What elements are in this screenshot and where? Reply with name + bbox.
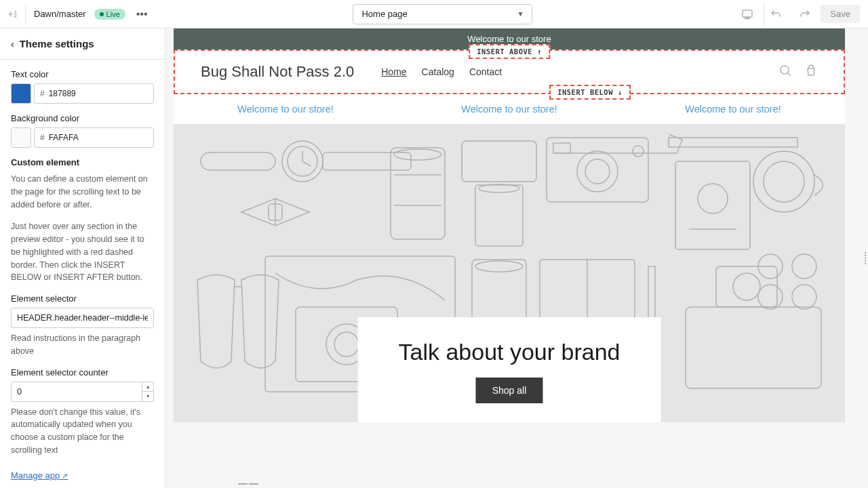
- selector-input[interactable]: [11, 308, 154, 328]
- svg-point-43: [792, 254, 816, 279]
- svg-point-41: [733, 273, 760, 300]
- svg-point-33: [334, 332, 359, 357]
- nav-contact[interactable]: Contact: [469, 66, 502, 77]
- svg-rect-40: [716, 266, 777, 307]
- svg-rect-11: [391, 148, 445, 239]
- hero-title: Talk about your brand: [399, 339, 620, 365]
- svg-rect-0: [743, 10, 752, 17]
- insert-above-button[interactable]: INSERT ABOVE ↑: [469, 44, 550, 59]
- save-button[interactable]: Save: [821, 5, 860, 23]
- counter-input[interactable]: [11, 382, 142, 402]
- svg-point-17: [479, 184, 519, 192]
- text-color-input[interactable]: [49, 89, 148, 98]
- text-color-input-wrap: #: [34, 83, 154, 104]
- custom-element-help-2: Just hover over any section in the previ…: [11, 220, 154, 284]
- svg-rect-1: [745, 18, 749, 19]
- svg-line-7: [302, 161, 311, 166]
- back-button[interactable]: ‹: [11, 39, 14, 49]
- more-menu-button[interactable]: •••: [134, 5, 151, 23]
- bg-color-swatch[interactable]: [11, 127, 31, 148]
- svg-point-20: [585, 159, 610, 184]
- chevron-down-icon: ▼: [517, 10, 524, 18]
- search-icon[interactable]: [778, 64, 792, 80]
- svg-point-35: [475, 261, 523, 272]
- exit-button[interactable]: [8, 5, 26, 23]
- cart-icon[interactable]: [804, 64, 818, 80]
- svg-rect-23: [669, 138, 797, 147]
- svg-rect-21: [553, 143, 570, 153]
- shop-all-button[interactable]: Shop all: [476, 378, 543, 403]
- svg-point-12: [394, 149, 441, 160]
- text-color-swatch[interactable]: [11, 83, 31, 104]
- svg-point-22: [633, 146, 644, 157]
- main-nav: Home Catalog Contact: [381, 66, 502, 77]
- scrolling-text: Welcome to our store! Welcome to our sto…: [174, 94, 845, 124]
- hero-card: Talk about your brand Shop all: [358, 317, 661, 422]
- svg-point-2: [781, 66, 789, 74]
- bg-color-input-wrap: #: [34, 127, 154, 148]
- counter-stepper[interactable]: ▲▼: [142, 382, 154, 402]
- live-badge: Live: [94, 9, 125, 20]
- svg-point-25: [698, 184, 728, 214]
- svg-point-27: [753, 151, 814, 212]
- nav-home[interactable]: Home: [381, 66, 406, 77]
- desktop-view-icon[interactable]: [735, 2, 760, 26]
- svg-rect-8: [201, 152, 275, 170]
- selector-label: Element selector: [11, 293, 154, 304]
- manage-app-link[interactable]: Manage app: [11, 470, 68, 481]
- svg-rect-9: [323, 152, 411, 170]
- page-selector-dropdown[interactable]: Home page ▼: [353, 4, 532, 24]
- bg-color-label: Background color: [11, 113, 154, 123]
- page-selector-value: Home page: [361, 9, 407, 19]
- svg-rect-15: [462, 141, 536, 182]
- text-color-label: Text color: [11, 69, 154, 79]
- redo-button[interactable]: [792, 2, 816, 26]
- selector-help: Read instructions in the paragraph above: [11, 332, 154, 358]
- sidebar-resize-handle[interactable]: [235, 483, 262, 485]
- svg-rect-39: [686, 307, 821, 388]
- theme-name: Dawn/master: [34, 9, 86, 19]
- counter-label: Element selector counter: [11, 367, 154, 378]
- insert-below-button[interactable]: INSERT BELOW ↓: [549, 85, 631, 100]
- counter-help: Please don't change this value, it's aut…: [11, 406, 154, 457]
- svg-line-3: [788, 73, 791, 76]
- svg-point-45: [792, 285, 816, 309]
- bg-color-input[interactable]: [49, 133, 148, 142]
- svg-rect-16: [475, 185, 523, 246]
- sidebar-title: Theme settings: [20, 38, 94, 49]
- svg-rect-24: [675, 161, 750, 249]
- store-brand: Bug Shall Not Pass 2.0: [201, 63, 354, 81]
- svg-point-19: [577, 151, 618, 192]
- custom-element-heading: Custom element: [11, 157, 154, 167]
- custom-element-help-1: You can define a custom element on the p…: [11, 173, 154, 211]
- undo-button[interactable]: [764, 2, 788, 26]
- svg-point-44: [758, 285, 783, 309]
- svg-point-28: [764, 161, 804, 202]
- hero-section: Talk about your brand Shop all: [174, 124, 845, 422]
- nav-catalog[interactable]: Catalog: [422, 66, 454, 77]
- header-section[interactable]: INSERT ABOVE ↑ INSERT BELOW ↓ Bug Shall …: [174, 49, 845, 94]
- preview-drag-handle[interactable]: [863, 245, 868, 272]
